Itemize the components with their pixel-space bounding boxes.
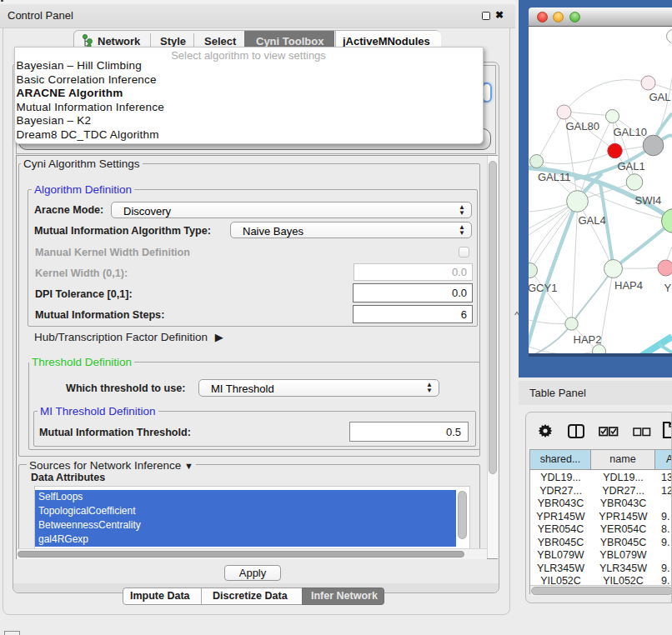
svg-text:GCY1: GCY1 [529,282,557,294]
svg-text:GAL4: GAL4 [579,214,606,227]
svg-text:Y: Y [664,282,672,294]
svg-text:GAL10: GAL10 [614,126,647,138]
svg-text:GAL1: GAL1 [618,160,645,172]
svg-text:HAP2: HAP2 [574,333,602,346]
svg-text:GAL: GAL [649,91,671,103]
svg-text:GAL80: GAL80 [566,120,599,132]
svg-text:SWI4: SWI4 [635,194,662,207]
svg-text:HAP4: HAP4 [614,279,643,292]
svg-text:GAL11: GAL11 [538,171,571,183]
